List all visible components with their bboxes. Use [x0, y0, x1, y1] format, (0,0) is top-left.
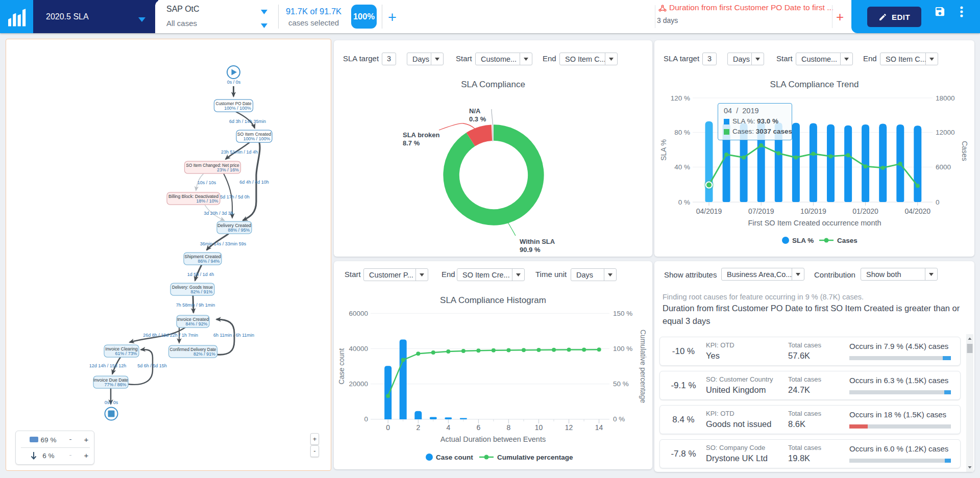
svg-text:36min 14s / 33min 59s: 36min 14s / 33min 59s: [200, 241, 247, 246]
svg-text:Within SLA: Within SLA: [520, 238, 555, 245]
svg-text:60000: 60000: [349, 310, 368, 317]
svg-text:Cumulative percentage: Cumulative percentage: [639, 330, 647, 403]
svg-text:100 %: 100 %: [613, 345, 632, 353]
svg-text:0s / 0s: 0s / 0s: [227, 80, 241, 85]
svg-text:8: 8: [507, 423, 511, 432]
svg-text:61% / 73%: 61% / 73%: [115, 351, 137, 356]
svg-text:First SO Item Created occurren: First SO Item Created occurrence month: [748, 219, 881, 227]
svg-text:Cases: Cases: [961, 141, 969, 161]
svg-text:6h 11min / 6h 11min: 6h 11min / 6h 11min: [213, 333, 254, 338]
svg-text:6: 6: [477, 423, 481, 432]
svg-text:0 %: 0 %: [678, 198, 690, 206]
svg-text:26d 8h / 19d 22h: 26d 8h / 19d 22h: [143, 333, 178, 338]
svg-text:0 %: 0 %: [613, 415, 625, 423]
svg-text:2: 2: [416, 423, 420, 432]
svg-text:5d 6h / 5d 15h: 5d 6h / 5d 15h: [137, 363, 167, 368]
svg-text:0: 0: [936, 198, 940, 206]
svg-text:77% / 86%: 77% / 86%: [105, 382, 127, 387]
svg-text:12000: 12000: [936, 129, 955, 136]
svg-text:Case count: Case count: [436, 454, 473, 461]
svg-text:1d 5h / 1d 4h: 1d 5h / 1d 4h: [187, 272, 214, 277]
svg-text:10: 10: [535, 423, 543, 432]
svg-text:23h 51min / 1d 4h: 23h 51min / 1d 4h: [221, 149, 258, 155]
svg-text:50 %: 50 %: [613, 380, 629, 388]
svg-text:Actual Duration between Events: Actual Duration between Events: [440, 435, 546, 443]
svg-text:04/2020: 04/2020: [904, 207, 930, 215]
svg-text:SLA broken: SLA broken: [403, 131, 440, 139]
svg-text:SLA %: SLA %: [659, 139, 668, 161]
svg-text:6d 4h / 4d 10h: 6d 4h / 4d 10h: [239, 180, 269, 185]
svg-text:88% / 95%: 88% / 95%: [228, 228, 250, 233]
svg-text:84% / 92%: 84% / 92%: [186, 321, 208, 326]
svg-text:90.9 %: 90.9 %: [520, 246, 541, 254]
svg-text:6000: 6000: [936, 163, 951, 171]
svg-text:7h 58min / 9h 1min: 7h 58min / 9h 1min: [176, 303, 215, 308]
svg-text:120 %: 120 %: [671, 94, 690, 102]
svg-text:82% / 91%: 82% / 91%: [191, 289, 213, 294]
svg-text:4: 4: [446, 423, 450, 432]
svg-text:0: 0: [364, 415, 368, 423]
svg-text:6 %: 6 %: [42, 452, 54, 460]
svg-text:69 %: 69 %: [41, 436, 57, 444]
svg-text:14: 14: [595, 423, 603, 432]
svg-text:18% / 10%: 18% / 10%: [197, 198, 218, 204]
svg-text:23% / 16%: 23% / 16%: [217, 167, 239, 172]
svg-text:5d 17h / 5d 0h: 5d 17h / 5d 0h: [220, 194, 250, 199]
svg-text:3d 20h / 3d 3h: 3d 20h / 3d 3h: [204, 211, 233, 216]
svg-text:-: -: [69, 450, 72, 459]
svg-text:Case count: Case count: [337, 348, 346, 384]
svg-text:10/2019: 10/2019: [800, 207, 826, 215]
svg-text:40000: 40000: [349, 345, 368, 353]
svg-text:6d 3h / 14h 35min: 6d 3h / 14h 35min: [229, 119, 266, 124]
svg-text:100% / 100%: 100% / 100%: [243, 136, 271, 141]
svg-text:+: +: [84, 451, 89, 460]
svg-text:10s / 10s: 10s / 10s: [198, 180, 216, 185]
svg-text:8.7 %: 8.7 %: [403, 139, 420, 147]
svg-text:100% / 100%: 100% / 100%: [224, 106, 251, 111]
svg-text:80 %: 80 %: [674, 129, 690, 136]
svg-text:86% / 94%: 86% / 94%: [198, 259, 220, 264]
svg-text:12d 14h / 15d 12h: 12d 14h / 15d 12h: [89, 363, 127, 368]
svg-text:01/2020: 01/2020: [852, 207, 878, 215]
svg-text:0: 0: [386, 423, 390, 432]
svg-text:/ 1h 7min: / 1h 7min: [179, 333, 198, 338]
svg-text:20000: 20000: [349, 380, 368, 388]
svg-text:04/2019: 04/2019: [696, 207, 722, 215]
svg-text:150 %: 150 %: [613, 310, 632, 317]
svg-text:Cases: Cases: [837, 237, 857, 244]
svg-text:0s / 0s: 0s / 0s: [105, 400, 118, 405]
svg-text:18000: 18000: [936, 94, 955, 102]
svg-text:SLA %: SLA %: [792, 237, 814, 244]
svg-text:12: 12: [565, 423, 573, 432]
svg-text:07/2019: 07/2019: [748, 207, 774, 215]
svg-text:N/A: N/A: [469, 107, 481, 115]
svg-text:0.3 %: 0.3 %: [469, 115, 486, 123]
svg-text:-: -: [69, 435, 72, 443]
svg-text:Cumulative percentage: Cumulative percentage: [497, 454, 573, 461]
svg-text:40 %: 40 %: [674, 163, 690, 171]
svg-text:+: +: [84, 435, 89, 444]
svg-text:82% / 91%: 82% / 91%: [193, 351, 215, 357]
